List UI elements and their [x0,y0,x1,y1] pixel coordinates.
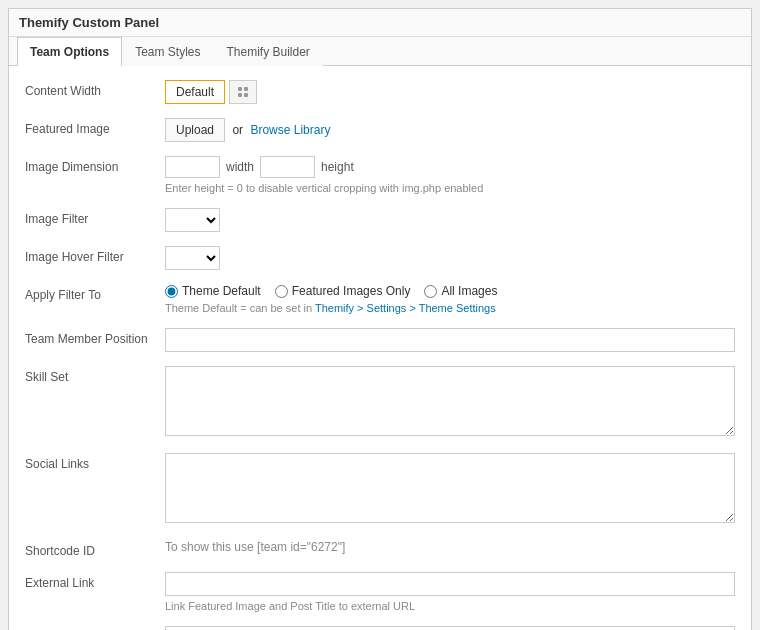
apply-filter-hint: Theme Default = can be set in Themify > … [165,302,735,314]
external-link-hint: Link Featured Image and Post Title to ex… [165,600,735,612]
browse-library-link[interactable]: Browse Library [250,123,330,137]
image-filter-row: Image Filter [25,208,735,232]
tab-bar: Team Options Team Styles Themify Builder [9,37,751,66]
shortcode-id-label: Shortcode ID [25,540,165,558]
image-hover-filter-row: Image Hover Filter [25,246,735,270]
image-filter-label: Image Filter [25,208,165,226]
external-link-control: Link Featured Image and Post Title to ex… [165,572,735,612]
content-width-default-btn[interactable]: Default [165,80,225,104]
content-width-control: Default [165,80,735,104]
external-link-input[interactable] [165,572,735,596]
or-text: or [232,123,243,137]
theme-settings-link[interactable]: Themify > Settings > Theme Settings [315,302,496,314]
radio-theme-default[interactable]: Theme Default [165,284,261,298]
lightbox-link-input[interactable] [165,626,735,630]
image-hover-filter-label: Image Hover Filter [25,246,165,264]
featured-image-label: Featured Image [25,118,165,136]
team-member-position-row: Team Member Position [25,328,735,352]
image-filter-select[interactable] [165,208,220,232]
grid-icon [238,87,248,97]
width-input[interactable] [165,156,220,178]
image-dimension-control: width height Enter height = 0 to disable… [165,156,735,194]
panel-title: Themify Custom Panel [9,9,751,37]
apply-filter-control: Theme Default Featured Images Only All I… [165,284,735,314]
social-links-textarea[interactable] [165,453,735,523]
team-member-position-control [165,328,735,352]
lightbox-link-row: Lightbox Link Link Featured Image and Po… [25,626,735,630]
skill-set-label: Skill Set [25,366,165,384]
image-hover-filter-select[interactable] [165,246,220,270]
apply-filter-label: Apply Filter To [25,284,165,302]
height-input[interactable] [260,156,315,178]
skill-set-row: Skill Set [25,366,735,439]
team-member-position-label: Team Member Position [25,328,165,346]
content-width-label: Content Width [25,80,165,98]
content-width-row: Content Width Default [25,80,735,104]
skill-set-textarea[interactable] [165,366,735,436]
upload-btn[interactable]: Upload [165,118,225,142]
lightbox-link-label: Lightbox Link [25,626,165,630]
featured-image-control: Upload or Browse Library [165,118,735,142]
apply-filter-row: Apply Filter To Theme Default Featured I… [25,284,735,314]
tab-team-styles[interactable]: Team Styles [122,37,213,66]
image-hover-filter-control [165,246,735,270]
lightbox-link-control: Link Featured Image and Post Title to li… [165,626,735,630]
tab-team-options[interactable]: Team Options [17,37,122,66]
image-filter-control [165,208,735,232]
shortcode-hint: To show this use [team id="6272"] [165,536,345,554]
image-dimension-row: Image Dimension width height Enter heigh… [25,156,735,194]
team-member-position-input[interactable] [165,328,735,352]
external-link-label: External Link [25,572,165,590]
social-links-control [165,453,735,526]
image-dimension-hint: Enter height = 0 to disable vertical cro… [165,182,735,194]
social-links-label: Social Links [25,453,165,471]
radio-all-images[interactable]: All Images [424,284,497,298]
width-label-text: width [226,160,254,174]
skill-set-control [165,366,735,439]
featured-image-row: Featured Image Upload or Browse Library [25,118,735,142]
tab-themify-builder[interactable]: Themify Builder [213,37,322,66]
shortcode-id-control: To show this use [team id="6272"] [165,540,735,554]
external-link-row: External Link Link Featured Image and Po… [25,572,735,612]
height-label-text: height [321,160,354,174]
image-dimension-label: Image Dimension [25,156,165,174]
content-width-grid-btn[interactable] [229,80,257,104]
tab-content: Content Width Default Featured Image Upl… [9,66,751,630]
radio-featured-images[interactable]: Featured Images Only [275,284,411,298]
social-links-row: Social Links [25,453,735,526]
shortcode-id-row: Shortcode ID To show this use [team id="… [25,540,735,558]
custom-panel: Themify Custom Panel Team Options Team S… [8,8,752,630]
